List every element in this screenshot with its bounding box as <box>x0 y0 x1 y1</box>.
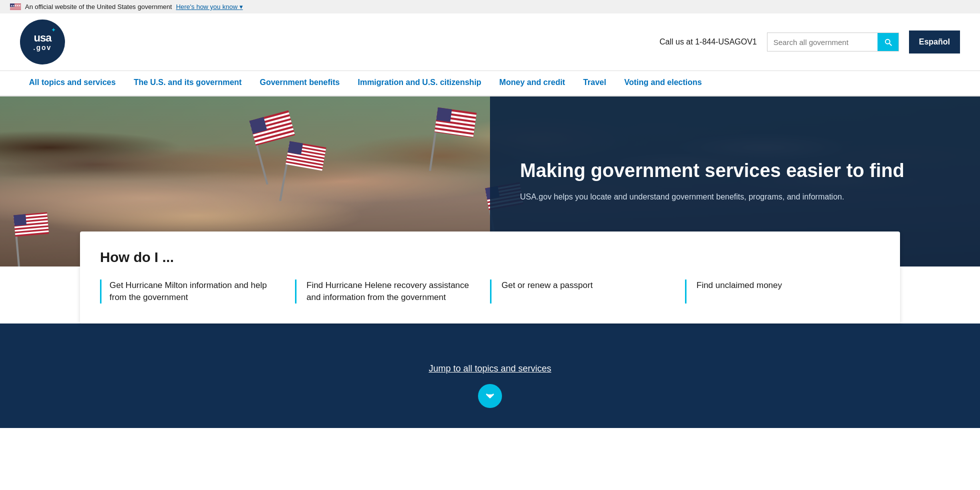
header-right: Call us at 1-844-USAGOV1 Español <box>660 30 960 54</box>
nav-item-travel[interactable]: Travel <box>574 71 615 96</box>
hero-title: Making government services easier to fin… <box>520 160 950 182</box>
logo-usa-text: usa <box>34 32 52 44</box>
nav-item-money[interactable]: Money and credit <box>490 71 574 96</box>
how-do-i-title: How do I ... <box>100 250 880 266</box>
svg-rect-28 <box>279 164 288 202</box>
jump-all-topics-link[interactable]: Jump to all topics and services <box>428 364 551 374</box>
how-item-2[interactable]: Find Hurricane Helene recovery assistanc… <box>295 280 490 304</box>
gov-banner: ★★★★★★ An official website of the United… <box>0 0 980 14</box>
nav-item-benefits[interactable]: Government benefits <box>250 71 348 96</box>
search-button[interactable] <box>878 33 898 51</box>
phone-number: Call us at 1-844-USAGOV1 <box>660 38 757 46</box>
nav-item-all-topics[interactable]: All topics and services <box>20 71 124 96</box>
svg-rect-45 <box>436 108 452 122</box>
nav-item-us-government[interactable]: The U.S. and its government <box>124 71 250 96</box>
how-do-i-card: How do I ... Get Hurricane Milton inform… <box>80 232 900 324</box>
search-input[interactable] <box>768 33 878 51</box>
espanol-button[interactable]: Español <box>909 30 960 54</box>
how-item-1[interactable]: Get Hurricane Milton information and hel… <box>100 280 295 304</box>
scroll-down-button[interactable] <box>478 384 502 408</box>
svg-rect-46 <box>429 132 436 171</box>
svg-rect-36 <box>14 214 26 226</box>
svg-rect-18 <box>256 145 268 184</box>
usagov-logo[interactable]: ✦ usa .gov <box>20 20 65 64</box>
how-items-grid: Get Hurricane Milton information and hel… <box>100 280 880 304</box>
search-container <box>767 32 899 52</box>
gov-banner-text: An official website of the United States… <box>25 3 172 10</box>
bottom-section: Jump to all topics and services <box>0 324 980 428</box>
header: ✦ usa .gov Call us at 1-844-USAGOV1 Espa… <box>0 14 980 71</box>
hero-description: USA.gov helps you locate and understand … <box>520 191 950 203</box>
svg-rect-5 <box>10 8 21 8</box>
svg-rect-4 <box>10 7 21 8</box>
search-icon <box>884 38 892 46</box>
svg-rect-6 <box>10 9 21 10</box>
nav-item-immigration[interactable]: Immigration and U.S. citizenship <box>348 71 490 96</box>
logo-star-icon: ✦ <box>51 26 56 34</box>
how-item-4[interactable]: Find unclaimed money <box>685 280 880 304</box>
us-flag-icon: ★★★★★★ <box>10 4 21 10</box>
logo-gov-text: .gov <box>34 44 52 52</box>
nav-item-voting[interactable]: Voting and elections <box>615 71 710 96</box>
heres-how-link[interactable]: Here's how you know ▾ <box>176 3 243 10</box>
chevron-down-icon <box>484 390 496 402</box>
how-item-3[interactable]: Get or renew a passport <box>490 280 685 304</box>
svg-rect-7 <box>10 10 21 10</box>
svg-rect-27 <box>288 141 303 154</box>
svg-text:★★★★★★: ★★★★★★ <box>10 4 22 7</box>
svg-rect-37 <box>16 236 20 266</box>
main-nav: All topics and services The U.S. and its… <box>0 71 980 96</box>
